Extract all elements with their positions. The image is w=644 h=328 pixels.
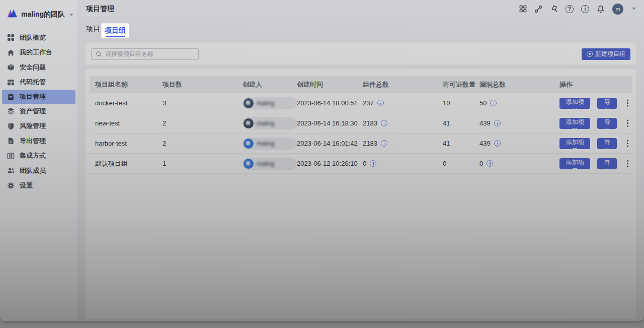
more-actions-icon[interactable]	[623, 118, 632, 129]
table-header-row: 项目组名称 项目数 创建人 创建时间 组件总数 许可证数量 漏洞总数 操作	[90, 76, 632, 93]
chevron-down-icon	[69, 14, 73, 16]
chevron-down-icon[interactable]	[632, 8, 636, 10]
add-project-button[interactable]: 添加项目	[559, 158, 590, 169]
code-repo-icon	[7, 79, 15, 86]
group-name: new-test	[95, 119, 163, 127]
new-project-group-button[interactable]: 新建项目组	[582, 48, 630, 60]
tab-project-groups-active[interactable]: 项目组	[102, 24, 129, 38]
col-header-license-count: 许可证数量	[443, 80, 479, 89]
integration-icon	[7, 152, 15, 160]
table-row: harbor-test 2 maling 2023-06-14 16:01:42…	[90, 134, 632, 154]
home-icon	[7, 49, 15, 56]
overview-grid-icon	[7, 34, 15, 41]
export-button[interactable]: 导出	[597, 158, 617, 169]
sidebar-item-export-management[interactable]: 导出管理	[2, 134, 75, 149]
info-icon[interactable]	[490, 100, 497, 106]
sidebar-item-security-issues[interactable]: 安全问题	[2, 60, 75, 75]
tab-projects[interactable]: 项目	[86, 25, 100, 34]
add-project-button[interactable]: 添加项目	[559, 138, 590, 149]
sidebar-item-code-hosting[interactable]: 代码托管	[2, 75, 75, 90]
table-row: 默认项目组 1 maling 2023-06-12 10:26:10 0 0 0…	[90, 154, 632, 174]
sidebar-item-settings[interactable]: 设置	[2, 178, 75, 193]
creator-avatar	[244, 118, 254, 128]
group-name: 默认项目组	[95, 159, 163, 168]
creator-name-blurred: maling	[257, 160, 274, 167]
group-name: docker-test	[95, 99, 163, 107]
shield-icon	[7, 122, 15, 130]
created-at: 2023-06-14 18:00:51	[297, 99, 363, 107]
col-header-project-count: 项目数	[163, 80, 243, 89]
table-row: new-test 2 maling 2023-06-14 16:18:30 21…	[90, 113, 632, 134]
project-group-table: 项目组名称 项目数 创建人 创建时间 组件总数 许可证数量 漏洞总数 操作 do…	[86, 69, 636, 319]
main-area: 项目管理 ? i m 项目	[78, 0, 644, 321]
col-header-component-total: 组件总数	[363, 80, 443, 89]
add-project-button[interactable]: 添加项目	[559, 118, 590, 129]
creator-cell: maling	[243, 117, 297, 129]
license-count: 0	[443, 160, 479, 167]
creator-cell: maling	[243, 138, 297, 150]
info-icon[interactable]	[494, 140, 501, 147]
component-total: 0	[363, 160, 366, 167]
sidebar-item-asset-management[interactable]: 资产管理	[2, 104, 75, 119]
creator-name-blurred: maling	[257, 100, 274, 107]
sidebar-item-label: 资产管理	[20, 107, 46, 116]
sidebar-item-label: 项目管理	[20, 92, 46, 101]
sidebar: maling的团队 团队概览 我的工作台 安全问题 代码托管 项目管	[0, 0, 78, 321]
search-input[interactable]	[105, 50, 194, 57]
apps-grid-icon[interactable]	[519, 5, 527, 13]
creator-name-blurred: maling	[257, 120, 274, 127]
more-actions-icon[interactable]	[623, 138, 632, 149]
search-box[interactable]	[91, 48, 199, 60]
project-count: 2	[163, 119, 243, 127]
clipboard-icon	[7, 93, 15, 101]
creator-avatar	[244, 159, 254, 169]
tab-label: 项目组	[105, 26, 126, 35]
tab-strip: 项目	[78, 18, 644, 40]
project-count: 3	[163, 99, 243, 107]
created-at: 2023-06-14 16:18:30	[297, 119, 363, 127]
col-header-group-name: 项目组名称	[95, 80, 163, 89]
sidebar-item-label: 我的工作台	[20, 48, 52, 57]
created-at: 2023-06-12 10:26:10	[297, 160, 363, 167]
info-icon[interactable]	[377, 100, 384, 106]
license-count: 10	[443, 99, 479, 107]
search-toolbar: 新建项目组	[86, 43, 636, 64]
sidebar-item-integration[interactable]: 集成方式	[2, 149, 75, 164]
info-icon[interactable]	[381, 120, 387, 126]
user-avatar[interactable]: m	[612, 4, 623, 15]
vulnerability-total: 439	[479, 119, 491, 127]
vulnerability-total: 439	[479, 140, 491, 147]
bell-icon[interactable]	[597, 5, 605, 13]
sidebar-item-project-management[interactable]: 项目管理	[2, 90, 75, 104]
sidebar-item-team-members[interactable]: 团队成员	[2, 163, 75, 178]
license-count: 41	[443, 119, 479, 127]
sidebar-item-label: 集成方式	[20, 151, 46, 160]
creator-name-blurred: maling	[257, 140, 274, 147]
info-icon[interactable]	[381, 140, 387, 147]
sidebar-item-my-workbench[interactable]: 我的工作台	[2, 45, 75, 60]
sidebar-item-label: 团队概览	[20, 33, 46, 42]
info-icon[interactable]	[487, 160, 493, 167]
add-project-button[interactable]: 添加项目	[559, 98, 590, 109]
sidebar-item-risk-management[interactable]: 风险管理	[2, 119, 75, 134]
table-row: docker-test 3 maling 2023-06-14 18:00:51…	[90, 93, 632, 113]
group-name: harbor-test	[95, 140, 163, 147]
new-project-group-label: 新建项目组	[595, 50, 625, 58]
vulnerability-total: 50	[479, 99, 487, 107]
info-icon[interactable]	[370, 160, 376, 167]
creator-avatar	[244, 139, 254, 149]
file-export-icon	[7, 137, 15, 145]
sidebar-item-team-overview[interactable]: 团队概览	[2, 30, 75, 45]
component-total: 2183	[363, 119, 377, 127]
more-actions-icon[interactable]	[623, 158, 632, 169]
info-icon[interactable]: i	[581, 5, 589, 13]
export-button[interactable]: 导出	[597, 118, 617, 129]
more-actions-icon[interactable]	[623, 98, 632, 109]
info-icon[interactable]	[494, 120, 501, 126]
team-switcher[interactable]: maling的团队	[0, 0, 77, 26]
link-icon[interactable]	[534, 5, 542, 13]
export-button[interactable]: 导出	[597, 98, 617, 109]
scan-icon[interactable]	[550, 5, 558, 13]
help-icon[interactable]: ?	[566, 5, 574, 13]
export-button[interactable]: 导出	[597, 138, 617, 149]
